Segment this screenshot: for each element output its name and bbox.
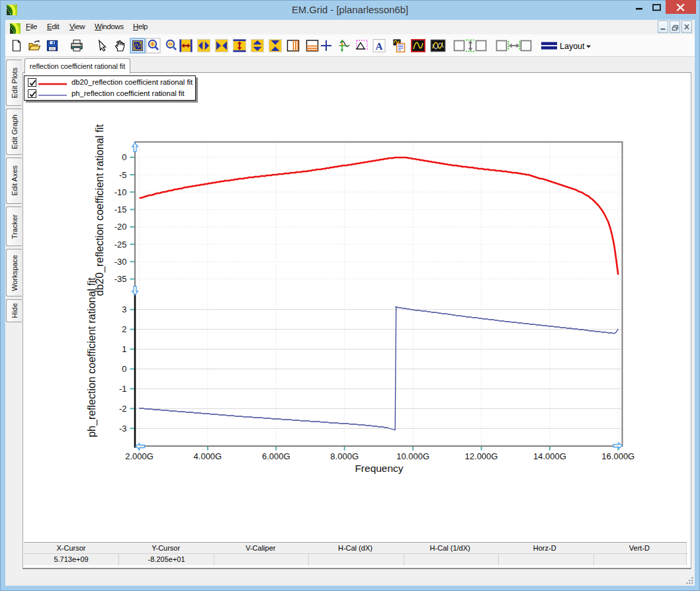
svg-text:Layout: Layout bbox=[560, 42, 585, 51]
svg-text:A: A bbox=[376, 41, 383, 52]
